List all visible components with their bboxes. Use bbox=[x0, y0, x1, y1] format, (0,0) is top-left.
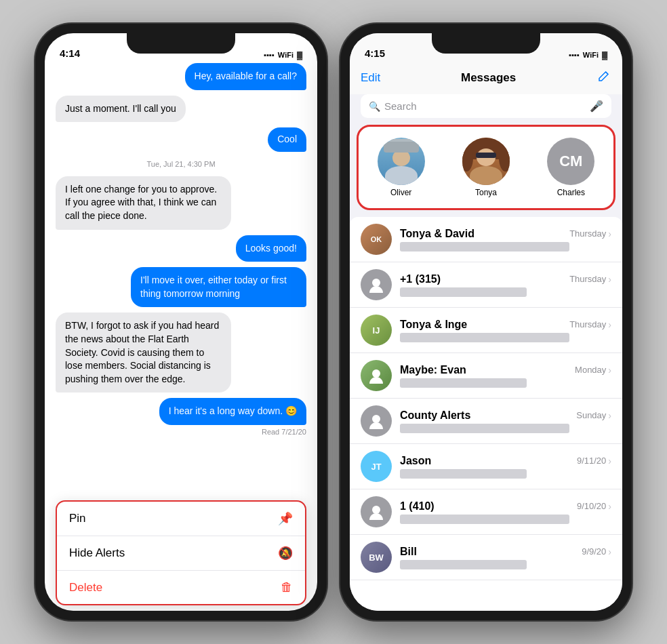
delete-label: Delete bbox=[69, 581, 102, 595]
pinned-charles[interactable]: CM Charles bbox=[547, 138, 594, 197]
notch-right bbox=[432, 33, 540, 54]
conversation-list: OK Tonya & David Thursday › bbox=[350, 217, 622, 611]
sunglasses bbox=[476, 153, 496, 158]
conv-top-6: Jason 9/11/20 › bbox=[400, 455, 611, 467]
message-2: Just a moment. I'll call you bbox=[56, 96, 186, 123]
chat-messages: Hey, available for a call? Just a moment… bbox=[45, 63, 317, 495]
avatar-oliver bbox=[378, 138, 425, 185]
message-6: Looks good! bbox=[236, 235, 306, 262]
svg-point-2 bbox=[372, 415, 380, 423]
status-time-right: 4:15 bbox=[365, 47, 385, 59]
chevron-1: › bbox=[608, 228, 611, 239]
conv-content-8: Bill 9/9/20 › bbox=[400, 546, 611, 569]
search-bar[interactable]: 🔍 Search 🎤 bbox=[361, 94, 611, 118]
conv-time-6: 9/11/20 › bbox=[577, 456, 611, 466]
delete-menu-item[interactable]: Delete 🗑 bbox=[57, 571, 305, 604]
conv-preview-7 bbox=[400, 515, 569, 524]
wifi-icon-right: WiFi bbox=[583, 51, 599, 59]
conv-time-4: Monday › bbox=[575, 365, 611, 376]
avatar-td-initials: OK bbox=[371, 235, 382, 243]
conv-preview-6 bbox=[400, 469, 527, 479]
hair-left bbox=[462, 144, 473, 172]
status-icons-right: ▪▪▪▪ WiFi ▓ bbox=[569, 51, 607, 59]
delete-icon: 🗑 bbox=[281, 580, 293, 595]
conversation-tonya-inge[interactable]: IJ Tonya & Inge Thursday › bbox=[350, 308, 622, 353]
conv-time-8: 9/9/20 › bbox=[582, 546, 611, 557]
svg-point-3 bbox=[372, 506, 380, 514]
avatar-evan bbox=[361, 360, 392, 391]
right-phone: 4:15 ▪▪▪▪ WiFi ▓ Edit Messages bbox=[340, 24, 632, 620]
signal-icon-right: ▪▪▪▪ bbox=[569, 51, 580, 59]
hide-alerts-menu-item[interactable]: Hide Alerts 🔕 bbox=[57, 536, 305, 571]
body-tonya bbox=[470, 166, 502, 185]
pin-menu-item[interactable]: Pin 📌 bbox=[57, 502, 305, 536]
conv-sender-4: Maybe: Evan bbox=[400, 364, 466, 376]
messages-title: Messages bbox=[461, 71, 516, 85]
conv-top-8: Bill 9/9/20 › bbox=[400, 546, 611, 558]
chevron-5: › bbox=[608, 410, 611, 421]
read-label: Read 7/21/20 bbox=[56, 428, 306, 436]
chevron-8: › bbox=[608, 546, 611, 557]
chevron-7: › bbox=[608, 501, 611, 512]
message-1: Hey, available for a call? bbox=[185, 63, 306, 90]
conversation-tonya-david[interactable]: OK Tonya & David Thursday › bbox=[350, 217, 622, 262]
notch bbox=[127, 33, 235, 54]
conv-preview-5 bbox=[400, 424, 569, 433]
conv-top-1: Tonya & David Thursday › bbox=[400, 228, 611, 240]
conv-preview-8 bbox=[400, 560, 527, 569]
messages-screen: 4:15 ▪▪▪▪ WiFi ▓ Edit Messages bbox=[350, 33, 622, 611]
message-9: I hear it's a long way down. 😊 bbox=[159, 398, 306, 425]
mic-icon: 🎤 bbox=[590, 100, 603, 113]
conv-content-2: +1 (315) Thursday › bbox=[400, 273, 611, 297]
chevron-3: › bbox=[608, 319, 611, 330]
pin-label: Pin bbox=[69, 512, 86, 525]
conversation-evan[interactable]: Maybe: Evan Monday › bbox=[350, 353, 622, 399]
message-3: Cool bbox=[268, 127, 306, 152]
conv-content-3: Tonya & Inge Thursday › bbox=[400, 319, 611, 342]
conv-top-2: +1 (315) Thursday › bbox=[400, 273, 611, 285]
compose-button[interactable] bbox=[597, 68, 611, 87]
conv-preview-4 bbox=[400, 378, 527, 388]
conv-content-7: 1 (410) 9/10/20 › bbox=[400, 500, 611, 524]
avatar-bill: BW bbox=[361, 542, 392, 573]
conv-sender-8: Bill bbox=[400, 546, 417, 558]
wifi-icon: WiFi bbox=[278, 51, 294, 59]
hair-right bbox=[499, 144, 510, 172]
pinned-tonya[interactable]: Tonya bbox=[462, 138, 510, 197]
avatar-charles: CM bbox=[547, 138, 594, 185]
hide-alerts-icon: 🔕 bbox=[278, 546, 293, 561]
conv-sender-7: 1 (410) bbox=[400, 500, 434, 512]
signal-icon: ▪▪▪▪ bbox=[264, 51, 275, 59]
conv-preview-1 bbox=[400, 242, 569, 251]
conv-sender-5: County Alerts bbox=[400, 409, 470, 422]
conv-preview-3 bbox=[400, 333, 569, 342]
tonya-name: Tonya bbox=[475, 188, 497, 197]
avatar-tonya bbox=[462, 138, 510, 185]
conv-preview-2 bbox=[400, 287, 527, 297]
conversation-bill[interactable]: BW Bill 9/9/20 › bbox=[350, 535, 622, 580]
edit-button[interactable]: Edit bbox=[361, 71, 380, 85]
conversation-410[interactable]: 1 (410) 9/10/20 › bbox=[350, 489, 622, 535]
search-placeholder: Search bbox=[384, 100, 586, 112]
hide-alerts-label: Hide Alerts bbox=[69, 546, 125, 560]
pinned-oliver[interactable]: Oliver bbox=[378, 138, 425, 197]
status-icons-left: ▪▪▪▪ WiFi ▓ bbox=[264, 51, 302, 59]
search-icon: 🔍 bbox=[369, 101, 380, 112]
timestamp-label: Tue, Jul 21, 4:30 PM bbox=[56, 160, 306, 168]
pin-icon: 📌 bbox=[278, 511, 293, 526]
conv-top-4: Maybe: Evan Monday › bbox=[400, 364, 611, 376]
conv-content-6: Jason 9/11/20 › bbox=[400, 455, 611, 479]
conversation-315[interactable]: +1 (315) Thursday › bbox=[350, 262, 622, 308]
conversation-county[interactable]: County Alerts Sunday › bbox=[350, 399, 622, 444]
avatar-county bbox=[361, 405, 392, 437]
status-time-left: 4:14 bbox=[60, 47, 80, 59]
battery-icon: ▓ bbox=[297, 51, 302, 59]
avatar-jason: JT bbox=[361, 451, 392, 482]
body bbox=[385, 166, 418, 185]
pinned-contacts-row: Oliver Ton bbox=[357, 125, 615, 210]
message-5: I left one change for you to approve. If… bbox=[56, 176, 231, 230]
battery-icon-right: ▓ bbox=[602, 51, 607, 59]
conversation-jason[interactable]: JT Jason 9/11/20 › bbox=[350, 444, 622, 489]
svg-point-0 bbox=[372, 279, 380, 287]
conv-time-7: 9/10/20 › bbox=[577, 501, 611, 512]
